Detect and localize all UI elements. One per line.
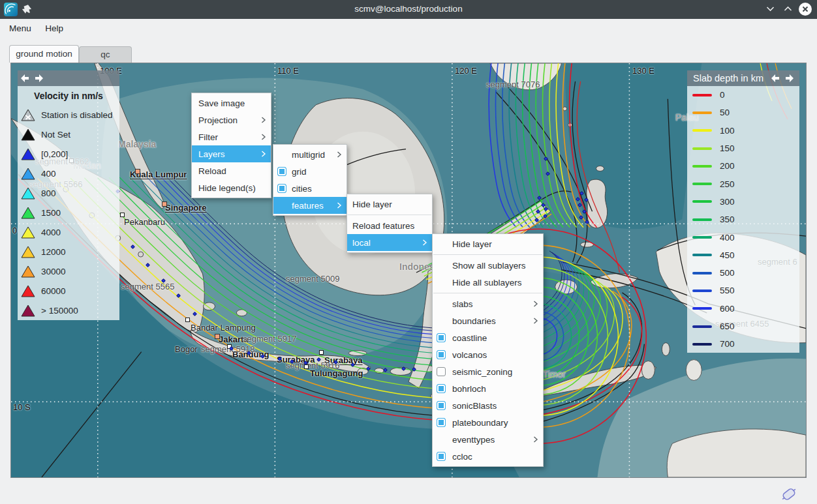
volcano-marker [544,156,548,161]
context-menu-map-context: Save imageProjectionFilterLayersReloadHi… [191,93,271,198]
station-marker[interactable] [319,350,324,355]
volcano-marker [366,366,371,371]
volcano-marker [543,214,547,218]
menu-item-show-all-sublayers[interactable]: Show all sublayers [433,257,543,274]
legend-next-button[interactable] [32,72,46,84]
volcano-marker [576,197,580,201]
velocity-legend-item-800: 800 [18,183,119,203]
color-line-icon [692,183,712,185]
slab-legend-item-100: 100 [687,122,799,140]
station-marker-highlight[interactable] [215,334,220,339]
color-line-icon [692,147,712,150]
velocity-legend-item-station-is-disabled: Station is disabled [18,105,119,125]
slab-legend-item-300: 300 [687,193,799,211]
checkbox-volcanos[interactable]: volcanos [433,346,543,363]
slab-legend-item-0: 0 [687,86,799,104]
slab-legend-item-400: 400 [687,228,799,246]
slab-legend-item-200: 200 [687,157,799,175]
context-menu-layers: multigridgridcitiesfeatures [273,144,347,216]
checkbox-cities[interactable]: cities [273,180,347,197]
color-line-icon [692,254,712,256]
menu-item-save-image[interactable]: Save image [192,95,271,111]
map-tool-icon[interactable] [779,485,799,503]
volcano-marker [401,366,406,371]
legend-prev-button[interactable] [768,72,782,84]
checkbox-sonicblasts[interactable]: sonicBlasts [433,397,543,414]
legend-next-button[interactable] [782,72,797,84]
map-label-segment-7076: segment 7076 [486,80,540,89]
checkbox-icon-checked [437,418,446,427]
slab-legend-item-150: 150 [687,140,799,157]
map-label-segment-5565: segment 5565 [121,282,174,291]
station-marker[interactable] [120,213,125,217]
menu-separator [348,215,431,215]
menu-item-hide-layer[interactable]: Hide layer [433,235,543,252]
menu-item-eventtypes[interactable]: eventtypes [433,431,543,448]
velocity-legend-item-1500: 1500 [18,203,119,222]
slab-legend-item-450: 450 [687,246,799,264]
color-line-icon [692,111,712,114]
menu-item-reload[interactable]: Reload [192,162,271,179]
checkbox-icon-checked [277,184,286,193]
triangle-icon [21,187,35,200]
station-marker-highlight[interactable] [135,169,140,174]
menu-item-layers[interactable]: Layers [192,145,271,162]
menu-item-projection[interactable]: Projection [192,111,271,128]
volcano-marker [578,203,582,207]
slab-legend-item-650: 650 [687,318,799,335]
velocity-legend-item-30000: 30000 [18,261,119,281]
volcano-marker [146,263,150,267]
menu-item-slabs[interactable]: slabs [433,295,543,312]
velocity-legend-item-12000: 12000 [18,242,119,261]
map-label-pekanbaru: Pekanbaru [124,217,165,227]
checkbox-plateboundary[interactable]: plateboundary [433,414,543,431]
menu-item-hide-legend-s[interactable]: Hide legend(s) [192,179,271,196]
checkbox-ccloc[interactable]: ccloc [433,448,543,465]
menu-separator [433,254,542,255]
map-label-malaysia: Malaysia [118,139,156,149]
volcano-marker [534,218,539,222]
menu-item-features[interactable]: features [273,197,347,214]
slab-legend-item-600: 600 [687,300,799,318]
slab-legend-title: Slab depth in km [693,73,768,83]
triangle-icon [21,246,35,258]
context-menu-local: Hide layerShow all sublayersHide all sub… [432,233,544,467]
volcano-marker [193,312,197,316]
color-line-icon [692,200,712,203]
map-label-bogor: Bogor [175,344,198,354]
slab-legend-item-250: 250 [687,175,799,192]
station-marker-highlight[interactable] [162,201,167,207]
graticule-label-120-e: 120 E [455,66,477,76]
map-label-segment-5917: segment 5917 [243,334,296,344]
menu-item-boundaries[interactable]: boundaries [433,312,543,329]
legend-prev-button[interactable] [18,72,32,84]
volcano-marker [536,209,540,214]
menu-item-hide-all-sublayers[interactable]: Hide all sublayers [433,274,543,291]
checkbox-seismic-zoning[interactable]: seismic_zoning [433,363,543,380]
triangle-icon [21,109,35,121]
checkbox-coastline[interactable]: coastline [433,329,543,346]
menu-item-reload-features[interactable]: Reload features [347,217,432,234]
checkbox-bohrloch[interactable]: bohrloch [433,380,543,397]
velocity-legend: Velocity in nm/s Station is disabledNot … [18,70,119,320]
menu-item-multigrid[interactable]: multigrid [273,146,347,163]
triangle-icon [21,128,35,141]
station-marker[interactable] [304,364,309,369]
slab-depth-legend: Slab depth in km 05010015020025030035040… [687,70,799,353]
menu-separator [433,293,542,293]
color-line-icon [692,289,712,292]
menu-item-local[interactable]: local [347,234,432,251]
station-marker[interactable] [185,318,190,322]
menu-item-filter[interactable]: Filter [192,128,271,145]
map-label-singapore: Singapore [165,203,207,213]
checkbox-icon-unchecked [437,367,446,376]
checkbox-icon-checked [437,350,446,359]
volcano-marker [383,368,388,372]
checkbox-grid[interactable]: grid [273,163,347,180]
triangle-icon [21,207,35,219]
menu-item-hide-layer[interactable]: Hide layer [347,196,432,213]
color-line-icon [692,307,712,310]
velocity-legend-item-150000: > 150000 [18,301,119,320]
color-line-icon [692,129,712,132]
volcano-marker [412,367,416,372]
